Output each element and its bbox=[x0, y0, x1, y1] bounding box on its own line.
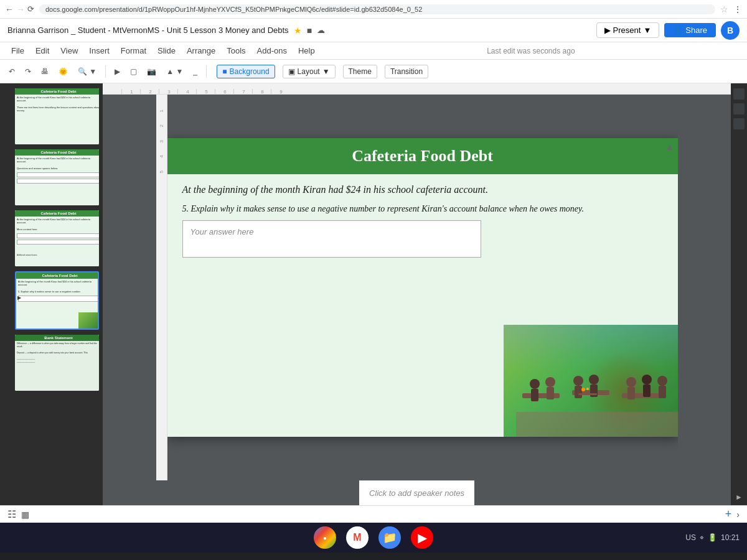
menu-icon[interactable]: ⋮ bbox=[733, 4, 742, 14]
browser-url[interactable]: docs.google.com/presentation/d/1pRWoppOu… bbox=[39, 4, 715, 14]
slide-thumbnail-1[interactable]: Cafeteria Food Debt At the beginning of … bbox=[15, 88, 99, 144]
ruler-marks: 1 2 3 4 5 6 7 8 9 bbox=[115, 83, 289, 95]
drive-icon[interactable]: ■ bbox=[307, 26, 312, 35]
locale-label: US bbox=[685, 533, 696, 542]
chrome-icons: ☆ ⋮ bbox=[720, 4, 742, 14]
toolbar-theme[interactable]: Theme bbox=[343, 65, 377, 78]
menu-view[interactable]: View bbox=[55, 44, 83, 57]
expand-icon[interactable]: › bbox=[736, 510, 740, 520]
toolbar-undo[interactable]: ↶ bbox=[5, 65, 19, 78]
toolbar-cursor[interactable]: ▶ bbox=[111, 65, 124, 78]
taskbar-files-icon[interactable]: 📁 bbox=[378, 526, 401, 549]
slide-canvas-area: 1 2 3 4 5 PRINCE Cafeteria Food Debt At … bbox=[156, 95, 678, 480]
menu-insert[interactable]: Insert bbox=[84, 44, 115, 57]
slide-5-title: Bank Statement bbox=[15, 335, 99, 341]
right-panel-expand[interactable]: ► bbox=[735, 493, 743, 502]
notes-placeholder[interactable]: Click to add speaker notes bbox=[369, 488, 464, 498]
grid-view-icon[interactable]: ▦ bbox=[21, 510, 29, 520]
toolbar-shapes[interactable]: ▲ ▼ bbox=[162, 65, 187, 78]
taskbar-gmail-icon[interactable]: M bbox=[346, 526, 369, 549]
toolbar-print[interactable]: 🖶 bbox=[37, 65, 52, 78]
svg-rect-5 bbox=[531, 389, 538, 401]
slide-thumbnail-3[interactable]: Cafeteria Food Debt At the beginning of … bbox=[15, 210, 99, 266]
toolbar-paint[interactable]: 🌞 bbox=[55, 65, 72, 78]
toolbar-transition[interactable]: Transition bbox=[385, 65, 428, 78]
cafeteria-image bbox=[504, 325, 678, 437]
svg-point-19 bbox=[586, 388, 589, 390]
ruler-mark-1: 1 bbox=[121, 89, 140, 95]
system-tray: US ⌖ 🔋 10:21 bbox=[685, 533, 740, 542]
taskbar-youtube-icon[interactable]: ▶ bbox=[411, 526, 433, 549]
browser-back-icon[interactable]: ← bbox=[5, 4, 14, 14]
svg-point-6 bbox=[545, 377, 555, 387]
svg-point-16 bbox=[657, 376, 667, 386]
toolbar-image[interactable]: 📷 bbox=[143, 65, 160, 78]
menubar: File Edit View Insert Format Slide Arran… bbox=[0, 42, 747, 60]
menu-file[interactable]: File bbox=[6, 44, 29, 57]
slide-3-title: Cafeteria Food Debt bbox=[15, 210, 99, 217]
slide-title: Cafeteria Food Debt bbox=[167, 138, 678, 174]
taskbar-chrome-icon[interactable]: ● bbox=[314, 526, 336, 549]
main-area: 1 Cafeteria Food Debt At the beginning o… bbox=[0, 83, 747, 505]
slide-1-text: At the beginning of the month Kiran had … bbox=[15, 95, 99, 113]
titlebar: Brianna Garrison _ Student - MtVernonMS … bbox=[0, 19, 747, 42]
menu-addons[interactable]: Add-ons bbox=[252, 44, 292, 57]
ruler-mark-7: 7 bbox=[233, 89, 252, 95]
share-icon: 👤 bbox=[673, 26, 683, 35]
toolbar-textbox[interactable]: ▢ bbox=[126, 65, 141, 78]
ruler-mark-8: 8 bbox=[252, 89, 271, 95]
last-edit-label: Last edit was seconds ago bbox=[321, 47, 741, 55]
slide-thumb-wrapper-4: 4 Cafeteria Food Debt At the beginning o… bbox=[4, 271, 99, 330]
menu-help[interactable]: Help bbox=[293, 44, 320, 57]
star-icon[interactable]: ★ bbox=[294, 26, 302, 35]
bookmark-icon[interactable]: ☆ bbox=[720, 4, 728, 14]
slide-list-icon[interactable]: ☷ bbox=[7, 508, 16, 520]
notes-area[interactable]: Click to add speaker notes bbox=[359, 480, 474, 505]
wifi-icon: ⌖ bbox=[700, 533, 704, 542]
right-panel-icon-3[interactable] bbox=[733, 118, 745, 129]
toolbar-redo[interactable]: ↷ bbox=[21, 65, 35, 78]
slide-2-title: Cafeteria Food Debt bbox=[15, 149, 99, 156]
menu-edit[interactable]: Edit bbox=[31, 44, 54, 57]
right-panel-icon-2[interactable] bbox=[733, 103, 745, 114]
slide-thumbnail-5[interactable]: Bank Statement Difference — a difference… bbox=[15, 335, 99, 391]
slide-1-title: Cafeteria Food Debt bbox=[15, 88, 99, 95]
slide-editor: 1 2 3 4 5 6 7 8 9 1 2 3 4 5 bbox=[103, 83, 731, 505]
scroll-up-icon[interactable]: ▲ bbox=[665, 142, 674, 152]
menu-slide[interactable]: Slide bbox=[153, 44, 181, 57]
ruler-mark-6: 6 bbox=[215, 89, 233, 95]
svg-point-12 bbox=[626, 377, 636, 387]
present-button[interactable]: ▶ Present ▼ bbox=[596, 22, 660, 38]
dropdown-arrow: ▼ bbox=[643, 26, 651, 35]
slide-canvas[interactable]: PRINCE Cafeteria Food Debt At the beginn… bbox=[167, 138, 678, 437]
slide-thumb-wrapper-3: 3 Cafeteria Food Debt At the beginning o… bbox=[4, 210, 99, 266]
layout-icon: ▣ bbox=[288, 67, 295, 76]
slide-thumbnail-2[interactable]: Cafeteria Food Debt At the beginning of … bbox=[15, 149, 99, 205]
right-panel-icon-1[interactable] bbox=[733, 88, 745, 100]
slide-thumbnail-4[interactable]: Cafeteria Food Debt At the beginning of … bbox=[15, 271, 99, 330]
avatar[interactable]: B bbox=[721, 21, 740, 40]
slide-body: At the beginning of the month Kiran had … bbox=[167, 174, 678, 268]
present-icon: ▶ bbox=[604, 26, 611, 35]
cafeteria-image-overlay bbox=[504, 325, 678, 437]
cloud-icon[interactable]: ☁ bbox=[317, 26, 325, 35]
browser-forward-icon[interactable]: → bbox=[16, 4, 25, 14]
toolbar-layout[interactable]: ▣ Layout ▼ bbox=[283, 65, 336, 78]
add-icon[interactable]: + bbox=[725, 508, 732, 521]
share-button[interactable]: 👤 Share bbox=[664, 23, 716, 37]
toolbar-background[interactable]: ■ Background bbox=[217, 65, 275, 78]
svg-point-8 bbox=[573, 376, 583, 386]
browser-reload-icon[interactable]: ⟳ bbox=[27, 4, 34, 14]
slide-thumb-wrapper-2: 2 Cafeteria Food Debt At the beginning o… bbox=[4, 149, 99, 205]
menu-arrange[interactable]: Arrange bbox=[182, 44, 220, 57]
answer-box[interactable]: Your answer here bbox=[182, 220, 481, 258]
svg-rect-15 bbox=[643, 385, 651, 397]
menu-tools[interactable]: Tools bbox=[222, 44, 250, 57]
svg-point-10 bbox=[589, 375, 599, 385]
doc-title: Brianna Garrison _ Student - MtVernonMS … bbox=[7, 26, 289, 35]
ruler-vertical: 1 2 3 4 5 bbox=[156, 95, 167, 480]
ruler-mark-9: 9 bbox=[271, 89, 289, 95]
toolbar-zoom[interactable]: 🔍 ▼ bbox=[74, 65, 100, 78]
menu-format[interactable]: Format bbox=[116, 44, 151, 57]
toolbar-line[interactable]: ⎯ bbox=[189, 65, 201, 78]
